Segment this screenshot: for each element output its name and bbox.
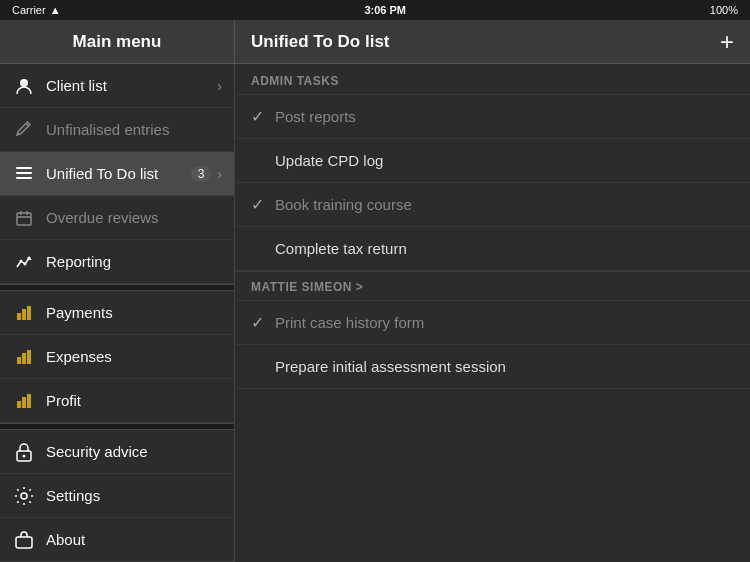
svg-rect-1	[16, 167, 32, 169]
gear-icon	[12, 484, 36, 508]
add-button[interactable]: +	[720, 28, 734, 56]
todo-text: Book training course	[275, 196, 412, 213]
pencil-icon	[12, 118, 36, 142]
check-icon: ✓	[251, 195, 275, 214]
todo-text: Post reports	[275, 108, 356, 125]
svg-rect-15	[22, 397, 26, 408]
sidebar-item-payments[interactable]: Payments	[0, 291, 234, 335]
todo-text: Prepare initial assessment session	[275, 358, 506, 375]
sidebar-item-unified-todo[interactable]: Unified To Do list 3 ›	[0, 152, 234, 196]
svg-rect-3	[16, 177, 32, 179]
about-label: About	[46, 531, 222, 548]
person-icon	[12, 74, 36, 98]
svg-point-19	[21, 493, 27, 499]
calendar-icon	[12, 206, 36, 230]
sidebar-item-overdue[interactable]: Overdue reviews	[0, 196, 234, 240]
list-icon	[12, 162, 36, 186]
todo-item-complete-tax[interactable]: Complete tax return	[235, 227, 750, 271]
svg-rect-2	[16, 172, 32, 174]
overdue-label: Overdue reviews	[46, 209, 222, 226]
sidebar-divider-2	[0, 423, 234, 430]
sidebar-section-finance: Payments Expenses	[0, 291, 234, 423]
sidebar-section-settings: Security advice Settings	[0, 430, 234, 562]
sidebar-item-unfinalised[interactable]: Unfinalised entries	[0, 108, 234, 152]
carrier-label: Carrier	[12, 4, 46, 16]
wifi-icon: ▲	[50, 4, 61, 16]
sidebar-item-expenses[interactable]: Expenses	[0, 335, 234, 379]
svg-rect-14	[17, 401, 21, 408]
chevron-right-icon: ›	[217, 78, 222, 94]
sidebar-item-about[interactable]: About	[0, 518, 234, 562]
sidebar-divider-1	[0, 284, 234, 291]
admin-tasks-header: ADMIN TASKS	[235, 64, 750, 95]
profit-icon	[12, 389, 36, 413]
payments-icon	[12, 301, 36, 325]
battery-label: 100%	[710, 4, 738, 16]
unified-todo-label: Unified To Do list	[46, 165, 191, 182]
svg-point-18	[23, 454, 26, 457]
header-todo-title: Unified To Do list	[251, 32, 390, 52]
todo-badge: 3	[191, 166, 212, 182]
check-icon: ✓	[251, 107, 275, 126]
sidebar-item-profit[interactable]: Profit	[0, 379, 234, 423]
mattie-simeon-section: MATTIE SIMEON > ✓ Print case history for…	[235, 271, 750, 389]
mattie-simeon-header[interactable]: MATTIE SIMEON >	[235, 271, 750, 301]
todo-text: Print case history form	[275, 314, 424, 331]
unfinalised-label: Unfinalised entries	[46, 121, 222, 138]
todo-item-book-training[interactable]: ✓ Book training course	[235, 183, 750, 227]
active-chevron-icon: ›	[217, 166, 222, 182]
svg-rect-4	[17, 213, 31, 225]
status-bar-left: Carrier ▲	[12, 4, 61, 16]
sidebar-section-main: Client list › Unfinalised entries	[0, 64, 234, 284]
expenses-icon	[12, 345, 36, 369]
content-panel: ADMIN TASKS ✓ Post reports Update CPD lo…	[235, 64, 750, 562]
profit-label: Profit	[46, 392, 222, 409]
payments-label: Payments	[46, 304, 222, 321]
sidebar-item-client-list[interactable]: Client list ›	[0, 64, 234, 108]
svg-rect-20	[16, 537, 32, 548]
svg-rect-8	[17, 313, 21, 320]
header: Main menu Unified To Do list +	[0, 20, 750, 64]
todo-item-print-case[interactable]: ✓ Print case history form	[235, 301, 750, 345]
status-bar-right: 100%	[710, 4, 738, 16]
sidebar-item-security[interactable]: Security advice	[0, 430, 234, 474]
svg-point-5	[20, 259, 23, 262]
chart-icon	[12, 250, 36, 274]
check-icon: ✓	[251, 313, 275, 332]
reporting-label: Reporting	[46, 253, 222, 270]
todo-text: Update CPD log	[275, 152, 383, 169]
todo-text: Complete tax return	[275, 240, 407, 257]
todo-item-prepare-initial[interactable]: Prepare initial assessment session	[235, 345, 750, 389]
expenses-label: Expenses	[46, 348, 222, 365]
header-right: Unified To Do list +	[235, 20, 750, 63]
briefcase-icon	[12, 528, 36, 552]
svg-rect-12	[22, 353, 26, 364]
main-content: Client list › Unfinalised entries	[0, 64, 750, 562]
admin-tasks-section: ADMIN TASKS ✓ Post reports Update CPD lo…	[235, 64, 750, 271]
sidebar-item-settings[interactable]: Settings	[0, 474, 234, 518]
todo-item-post-reports[interactable]: ✓ Post reports	[235, 95, 750, 139]
svg-point-0	[20, 79, 28, 87]
svg-point-6	[24, 262, 27, 265]
sidebar-item-reporting[interactable]: Reporting	[0, 240, 234, 284]
status-bar: Carrier ▲ 3:06 PM 100%	[0, 0, 750, 20]
client-list-label: Client list	[46, 77, 217, 94]
svg-point-7	[28, 256, 31, 259]
svg-rect-13	[27, 350, 31, 364]
svg-rect-11	[17, 357, 21, 364]
settings-label: Settings	[46, 487, 222, 504]
svg-rect-9	[22, 309, 26, 320]
status-bar-time: 3:06 PM	[364, 4, 406, 16]
todo-item-update-cpd[interactable]: Update CPD log	[235, 139, 750, 183]
svg-rect-10	[27, 306, 31, 320]
svg-rect-16	[27, 394, 31, 408]
security-label: Security advice	[46, 443, 222, 460]
lock-icon	[12, 440, 36, 464]
header-main-menu-title: Main menu	[0, 20, 235, 63]
sidebar: Client list › Unfinalised entries	[0, 64, 235, 562]
